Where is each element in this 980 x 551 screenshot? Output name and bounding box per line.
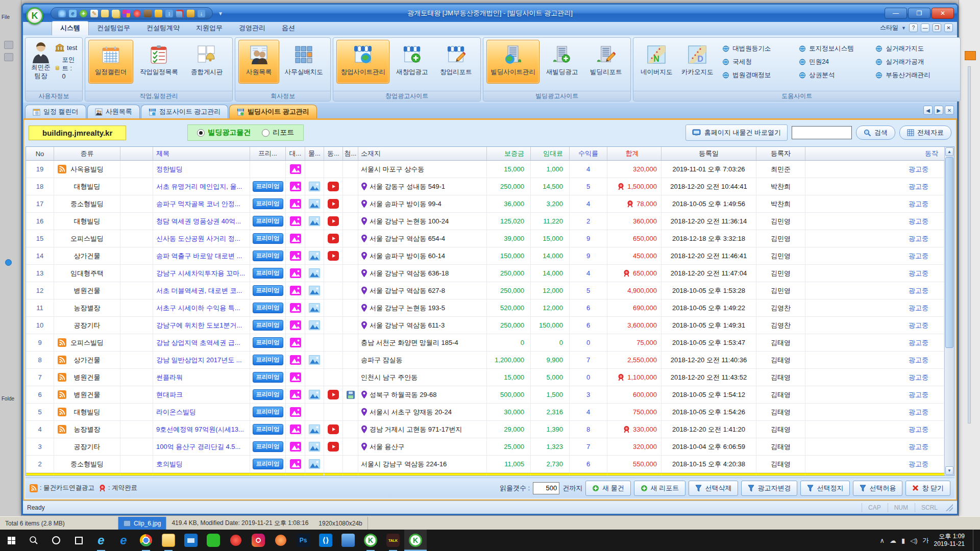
listing-title-link[interactable]: 서초구 시세이하 수익용 특... [153, 299, 250, 316]
link-land-info-system[interactable]: 토지정보시스템 [799, 44, 875, 53]
listing-title-link[interactable]: 100억 용산구 경리단길 4.5... [153, 438, 250, 455]
table-row[interactable]: 1 중소형빌딩 금산해태빌... 프리미엄 [26, 473, 944, 475]
table-row[interactable]: 13 임대형주택 강남구 시세차익투자용 꼬마... 프리미엄 서울 강남구 역… [26, 265, 944, 282]
listing-title-link[interactable]: 정한빌딩 [153, 161, 250, 178]
listing-action-link[interactable]: 광고중 [805, 265, 944, 282]
mdi-close-button[interactable]: ✕ [944, 23, 953, 32]
download-icon[interactable]: ↓ [198, 10, 205, 17]
radio-building-ads[interactable]: 빌딩광고물건 [197, 128, 251, 137]
tray-battery-icon[interactable]: ▮ [901, 537, 905, 544]
listing-title-link[interactable]: 강남 상업지역 초역세권 급... [153, 334, 250, 351]
tray-ime-korean[interactable]: 가 [923, 536, 929, 545]
selected-file[interactable]: Clip_6.jpg [118, 517, 166, 530]
ribbon-button-bulletin-board[interactable]: 종합게시판 [184, 40, 229, 84]
table-row[interactable]: 8 상가건물 강남 일반상업지 2017년도 ... 프리미엄 송파구 잠실동 … [26, 352, 944, 369]
tray-volume-icon[interactable]: ◁) [910, 537, 917, 544]
menu-item-management[interactable]: 경영관리 [231, 21, 274, 35]
resize-grip[interactable] [946, 504, 953, 511]
col-header-regdate[interactable]: 등록일 [662, 147, 756, 160]
sort-arrows-icon[interactable]: ↕ [165, 10, 173, 17]
close-window-button[interactable]: 창 닫기 [905, 481, 950, 496]
taskbar-icon-blue-window-app[interactable] [337, 530, 359, 551]
search-button[interactable]: 검색 [856, 126, 895, 140]
table-row[interactable]: 3 공장기타 100억 용산구 경리단길 4.5... 프리미엄 서울 용산구 … [26, 438, 944, 456]
tab-close-button[interactable]: ✕ [945, 106, 954, 115]
cortana-icon[interactable] [45, 530, 67, 551]
listing-title-link[interactable]: 라이온스빌딩 [153, 404, 250, 420]
taskbar-icon-chrome[interactable] [135, 530, 157, 551]
link-supreme-court-registry[interactable]: 대법원등기소 [722, 44, 799, 53]
listing-action-link[interactable]: 광고중 [805, 299, 944, 316]
globe-icon[interactable] [58, 10, 66, 17]
menu-item-consulting-contract[interactable]: 컨설팅계약 [138, 21, 188, 35]
listing-title-link[interactable]: 강남 일반상업지 2017년도 ... [153, 352, 250, 368]
listing-title-link[interactable]: 9호선예정역 97억원(시세13... [153, 421, 250, 438]
tab-store-site-ads[interactable]: 점포사이트 광고관리 [141, 105, 229, 118]
new-item-button[interactable]: 새 물건 [585, 481, 631, 496]
delete-selected-button[interactable]: 선택삭제 [689, 481, 738, 496]
taskbar-icon-photoshop[interactable]: Ps [292, 530, 314, 551]
col-header-yield[interactable]: 수익률 [570, 147, 607, 160]
allow-selected-button[interactable]: 선택허용 [853, 481, 902, 496]
listing-title-link[interactable]: 송파구 먹자골목 코너 안정... [153, 195, 250, 212]
ribbon-button-kakao-map[interactable]: D 카카오지도 [677, 40, 717, 84]
listing-action-link[interactable]: 광고중 [805, 369, 944, 386]
ribbon-button-office-layout[interactable]: 사무실배치도 [280, 40, 327, 84]
change-advertiser-button[interactable]: 광고자변경 [741, 481, 797, 496]
ie-icon[interactable]: e [69, 10, 77, 17]
taskbar-icon-k-app-active[interactable]: K [404, 530, 427, 551]
table-row[interactable]: 15 오피스빌딩 신사동 도산공원 사거리 정... 프리미엄 서울 강남구 역… [26, 230, 944, 247]
document-icon[interactable] [101, 10, 109, 17]
menu-item-system[interactable]: 시스템 [52, 21, 89, 35]
maximize-button[interactable]: ❐ [908, 8, 930, 19]
taskbar-icon-edge[interactable]: e [112, 530, 135, 551]
listing-action-link[interactable]: 광고중 [805, 404, 944, 420]
ribbon-button-startup-site-manage[interactable]: 창업사이트관리 [336, 40, 389, 84]
scroll-up-icon[interactable]: ▲ [945, 147, 953, 156]
company-row[interactable]: test [55, 44, 77, 52]
listing-action-link[interactable]: 광고중 [805, 317, 944, 334]
taskbar-icon-ie[interactable]: e [90, 530, 112, 551]
chevron-down-icon[interactable]: ▼ [901, 26, 906, 31]
taskbar-icon-kakaotalk[interactable]: TALK [382, 530, 404, 551]
open-homepage-items-button[interactable]: 홈페이지 내물건 바로열기 [685, 124, 788, 141]
listing-title-link[interactable]: 현대파크 [153, 386, 250, 403]
listing-action-link[interactable]: 광고중 [805, 213, 944, 230]
table-row[interactable]: 16 대형빌딩 청담 역세권 명품상권 40억... 프리미엄 서울 강남구 논… [26, 213, 944, 230]
seal-icon[interactable] [133, 10, 141, 17]
listing-action-link[interactable]: 광고중 [805, 334, 944, 351]
listing-action-link[interactable]: 광고중 [805, 282, 944, 299]
table-row[interactable]: 18 대형빌딩 서초 유명거리 메인입지, 올... 프리미엄 서울 강동구 성… [26, 178, 944, 195]
start-button[interactable] [0, 530, 22, 551]
read-count-input[interactable] [533, 482, 559, 494]
ribbon-button-startup-report[interactable]: 창업리포트 [434, 40, 477, 84]
stamp-icon[interactable] [144, 10, 152, 17]
mdi-restore-button[interactable]: ❐ [933, 23, 941, 32]
ribbon-button-building-site-manage[interactable]: 빌딩사이트관리 [486, 40, 540, 84]
col-header-total[interactable]: 합계 [607, 147, 662, 160]
mdi-minimize-button[interactable]: — [921, 23, 929, 32]
listing-title-link[interactable]: 송파 역출구 바로앞 대로변 ... [153, 247, 250, 264]
search-input[interactable] [792, 126, 852, 139]
listing-action-link[interactable]: 광고중 [805, 161, 944, 178]
listing-title-link[interactable]: 신사동 도산공원 사거리 정... [153, 230, 250, 247]
listing-title-link[interactable]: 강남구 시세차익투자용 꼬마... [153, 265, 250, 282]
col-header-kind[interactable]: 종류 [54, 147, 120, 160]
minimize-button[interactable]: — [885, 8, 907, 19]
card-remove-icon[interactable] [176, 10, 184, 17]
col-header-deposit[interactable]: 보증금 [487, 147, 531, 160]
palette-grid-icon[interactable] [122, 10, 130, 17]
link-national-tax[interactable]: 국세청 [722, 58, 799, 66]
edit-note-icon[interactable]: ✎ [90, 10, 98, 17]
ribbon-button-task-list[interactable]: 작업일정목록 [134, 40, 183, 84]
table-row[interactable]: 14 상가건물 송파 역출구 바로앞 대로변 ... 프리미엄 서울 송파구 방… [26, 247, 944, 265]
close-button[interactable]: ✕ [932, 8, 954, 19]
col-header-item-photo[interactable]: 물... [305, 147, 324, 160]
listing-title-link[interactable]: 금산해태빌... [153, 473, 250, 475]
points-row[interactable]: 포인트 : 0 [55, 56, 77, 80]
listing-title-link[interactable]: 서초 더블역세권, 대로변 코... [153, 282, 250, 299]
listing-action-link[interactable] [805, 473, 944, 475]
listing-action-link[interactable]: 광고중 [805, 421, 944, 438]
link-commercial-analysis[interactable]: 상권분석 [799, 71, 875, 80]
col-header-address[interactable]: 소재지 [358, 147, 487, 160]
